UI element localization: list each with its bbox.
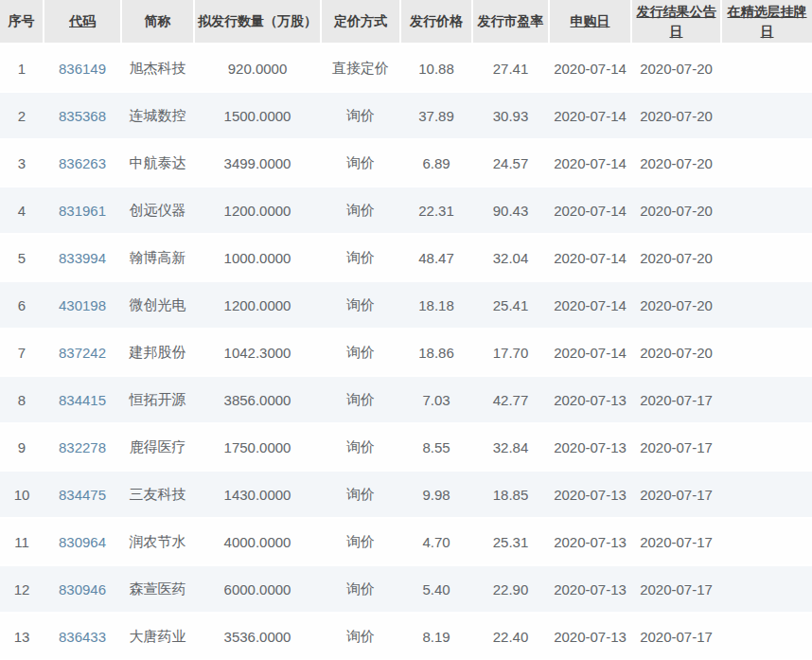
table-row: 8834415恒拓开源3856.0000询价7.0342.772020-07-1… (0, 376, 812, 423)
cell-index-text: 2 (18, 108, 26, 124)
cell-subscription-date: 2020-07-14 (549, 187, 631, 234)
cell-subscription-date-text: 2020-07-14 (554, 250, 627, 266)
cell-announcement-date: 2020-07-20 (631, 234, 721, 281)
stock-code-link[interactable]: 833994 (59, 250, 106, 266)
cell-listing-date (721, 329, 812, 376)
cell-name: 翰博高新 (121, 234, 194, 281)
col-header-announcement-date[interactable]: 发行结果公告日 (631, 0, 721, 45)
stock-code-link[interactable]: 830946 (59, 581, 106, 598)
stock-code-link[interactable]: 834475 (59, 487, 106, 503)
stock-code-link[interactable]: 830964 (59, 534, 106, 550)
cell-name: 三友科技 (121, 471, 194, 518)
table-row: 4831961创远仪器1200.0000询价22.3190.432020-07-… (0, 187, 812, 234)
cell-subscription-date: 2020-07-13 (549, 376, 631, 423)
table-row: 3836263中航泰达3499.0000询价6.8924.572020-07-1… (0, 139, 812, 187)
cell-issue-price: 7.03 (400, 376, 472, 423)
cell-subscription-date: 2020-07-14 (549, 329, 631, 376)
cell-announcement-date-text: 2020-07-17 (640, 487, 713, 503)
col-header-code[interactable]: 代码 (44, 0, 121, 45)
cell-name-text: 旭杰科技 (130, 60, 186, 76)
stock-code-link[interactable]: 834415 (59, 392, 106, 408)
cell-subscription-date: 2020-07-13 (549, 471, 631, 518)
col-header-label-subscription-date[interactable]: 申购日 (571, 13, 610, 28)
cell-announcement-date-text: 2020-07-17 (640, 629, 713, 645)
cell-subscription-date-text: 2020-07-13 (554, 439, 627, 455)
cell-listing-date (721, 139, 812, 187)
table-header: 序号代码简称拟发行数量（万股）定价方式发行价格发行市盈率申购日发行结果公告日在精… (0, 0, 812, 45)
cell-issue-price-text: 9.98 (422, 487, 450, 503)
cell-listing-date (721, 423, 812, 471)
cell-issue-quantity: 1430.0000 (194, 471, 321, 518)
cell-listing-date (721, 281, 812, 329)
cell-issue-quantity: 920.0000 (194, 45, 321, 93)
col-header-label-issue-price: 发行价格 (410, 13, 463, 28)
cell-issue-price-text: 37.89 (418, 108, 454, 124)
table-row: 6430198微创光电1200.0000询价18.1825.412020-07-… (0, 281, 812, 329)
cell-index-text: 13 (14, 629, 30, 645)
cell-announcement-date-text: 2020-07-20 (640, 61, 713, 77)
col-header-listing-date[interactable]: 在精选层挂牌日 (721, 0, 812, 45)
stock-code-link[interactable]: 836433 (59, 629, 106, 645)
cell-pricing-method: 询价 (321, 281, 400, 329)
cell-name-text: 连城数控 (130, 107, 186, 123)
cell-issue-quantity: 1200.0000 (194, 281, 321, 329)
cell-pe-ratio: 17.70 (472, 329, 549, 376)
cell-pe-ratio-text: 22.40 (493, 629, 529, 645)
cell-subscription-date: 2020-07-14 (549, 281, 631, 329)
cell-code: 837242 (44, 329, 121, 376)
cell-index: 2 (0, 92, 44, 139)
cell-pricing-method-text: 询价 (346, 107, 375, 123)
cell-issue-quantity: 1042.3000 (194, 329, 321, 376)
stock-code-link[interactable]: 837242 (59, 345, 106, 361)
cell-issue-quantity-text: 1430.0000 (224, 487, 291, 503)
cell-announcement-date: 2020-07-20 (631, 139, 721, 187)
col-header-subscription-date[interactable]: 申购日 (549, 0, 631, 45)
col-header-issue-quantity: 拟发行数量（万股） (194, 0, 321, 45)
cell-index: 9 (0, 423, 44, 471)
cell-pe-ratio-text: 24.57 (493, 155, 529, 171)
stock-code-link[interactable]: 836263 (59, 155, 106, 171)
cell-announcement-date: 2020-07-17 (631, 376, 721, 423)
cell-name-text: 建邦股份 (130, 344, 186, 360)
cell-code: 835368 (44, 92, 121, 139)
cell-pricing-method-text: 询价 (346, 391, 375, 407)
col-header-label-announcement-date[interactable]: 发行结果公告日 (637, 4, 716, 38)
cell-subscription-date: 2020-07-13 (549, 518, 631, 565)
cell-pricing-method-text: 询价 (346, 486, 375, 502)
cell-subscription-date: 2020-07-13 (549, 423, 631, 471)
stock-code-link[interactable]: 831961 (59, 203, 106, 219)
cell-pe-ratio-text: 42.77 (493, 392, 529, 408)
col-header-label-listing-date[interactable]: 在精选层挂牌日 (728, 4, 807, 38)
cell-issue-quantity: 1000.0000 (194, 234, 321, 281)
stock-code-link[interactable]: 430198 (59, 297, 106, 313)
stock-code-link[interactable]: 836149 (59, 61, 106, 77)
table-row: 13836433大唐药业3536.0000询价8.1922.402020-07-… (0, 613, 812, 660)
cell-announcement-date-text: 2020-07-17 (640, 439, 713, 455)
cell-pe-ratio: 18.85 (472, 471, 549, 518)
cell-index-text: 3 (18, 155, 26, 171)
cell-pricing-method-text: 询价 (346, 628, 375, 644)
table-row: 2835368连城数控1500.0000询价37.8930.932020-07-… (0, 92, 812, 139)
cell-index: 5 (0, 234, 44, 281)
cell-pricing-method: 询价 (321, 92, 400, 139)
cell-issue-quantity-text: 6000.0000 (224, 581, 291, 598)
cell-index: 4 (0, 187, 44, 234)
stock-code-link[interactable]: 835368 (59, 108, 106, 124)
cell-issue-price: 10.88 (400, 45, 472, 93)
cell-announcement-date-text: 2020-07-20 (640, 203, 713, 219)
cell-issue-price: 6.89 (400, 139, 472, 187)
col-header-label-code[interactable]: 代码 (69, 13, 96, 28)
cell-issue-quantity: 3499.0000 (194, 139, 321, 187)
cell-announcement-date: 2020-07-20 (631, 281, 721, 329)
col-header-issue-price: 发行价格 (400, 0, 472, 45)
cell-pe-ratio: 25.41 (472, 281, 549, 329)
cell-code: 832278 (44, 423, 121, 471)
cell-issue-price: 4.70 (400, 518, 472, 565)
cell-code: 834475 (44, 471, 121, 518)
cell-index-text: 6 (18, 297, 26, 313)
stock-code-link[interactable]: 832278 (59, 439, 106, 455)
cell-announcement-date: 2020-07-20 (631, 187, 721, 234)
cell-announcement-date-text: 2020-07-20 (640, 108, 713, 124)
cell-issue-quantity: 3536.0000 (194, 613, 321, 660)
col-header-pricing-method: 定价方式 (321, 0, 400, 45)
